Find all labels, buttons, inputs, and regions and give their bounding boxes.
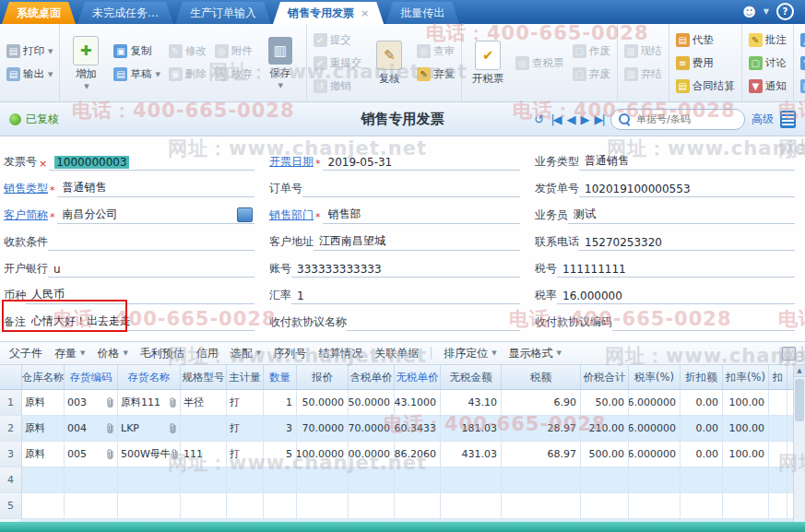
field-value[interactable]: 测试 xyxy=(568,207,795,224)
field-value[interactable]: 102019100000553 xyxy=(579,182,795,197)
grid-header-1[interactable]: 仓库名称 xyxy=(22,365,65,389)
grid-cell[interactable] xyxy=(181,493,227,518)
grid-cell[interactable]: 100.0000 xyxy=(349,442,395,467)
field-value[interactable]: 普通销售 xyxy=(57,180,255,197)
row-number[interactable]: 1 xyxy=(0,390,22,415)
grid-cell[interactable] xyxy=(769,416,787,441)
detail-tab-11[interactable]: 排序定位▼ xyxy=(444,346,496,361)
annotate-button[interactable]: ✎批注 xyxy=(747,30,788,51)
grid-cell[interactable] xyxy=(22,493,65,518)
grid-cell[interactable]: 003 xyxy=(65,390,118,415)
grid-header-16[interactable]: 扣 xyxy=(769,365,787,389)
detail-tab-8[interactable]: 结算情况 xyxy=(318,346,362,361)
grid-cell[interactable] xyxy=(769,442,787,467)
field-value[interactable]: 333333333333 xyxy=(291,262,520,278)
announce-icon[interactable] xyxy=(237,207,253,222)
copy-button[interactable]: ▣复制 xyxy=(112,41,161,62)
user-dropdown-caret-icon[interactable]: ▼ xyxy=(764,7,769,16)
grid-cell[interactable]: 500.00 xyxy=(581,442,629,467)
grid-cell[interactable] xyxy=(681,493,723,518)
grid-header-13[interactable]: 税率(%) xyxy=(629,365,681,389)
grid-cell[interactable]: 100.00 xyxy=(723,416,769,441)
search-input[interactable] xyxy=(634,112,737,126)
detail-tab-5[interactable]: 信用 xyxy=(196,346,219,361)
grid-header-3[interactable]: 存货名称 xyxy=(118,365,181,389)
list-view-icon[interactable] xyxy=(780,111,796,128)
field-value[interactable] xyxy=(302,182,520,197)
grid-cell[interactable] xyxy=(723,493,769,518)
grid-cell[interactable]: 50.0000 xyxy=(349,390,395,415)
draft-button[interactable]: ▤草稿▼ xyxy=(112,64,161,85)
grid-cell[interactable]: 004 xyxy=(65,416,118,441)
grid-cell[interactable]: 70.0000 xyxy=(349,416,395,441)
tax-invoice-button[interactable]: ✔开税票 xyxy=(467,41,509,86)
refresh-icon[interactable]: ↺ xyxy=(534,113,544,125)
save-button[interactable]: ▥保存▼ xyxy=(259,37,302,89)
grid-header-10[interactable]: 无税金额 xyxy=(441,365,502,389)
grid-header-7[interactable]: 报价 xyxy=(297,365,349,389)
grid-cell[interactable]: 6.90 xyxy=(502,390,581,415)
grid-cell[interactable]: 86.2060 xyxy=(395,442,441,467)
discuss-button[interactable]: ▢讨论 xyxy=(747,53,788,74)
next-record-icon[interactable]: ▶ xyxy=(581,113,588,125)
grid-cell[interactable]: 181.03 xyxy=(441,416,502,441)
detail-tab-6[interactable]: 选配▼ xyxy=(231,346,261,361)
field-value[interactable] xyxy=(48,235,255,251)
grid-cell[interactable] xyxy=(349,493,395,518)
field-value[interactable]: 江西南昌望城 xyxy=(314,233,520,251)
grid-cell[interactable]: 16.000000 xyxy=(629,416,681,441)
grid-cell[interactable] xyxy=(181,467,227,492)
field-value[interactable]: 1 xyxy=(291,289,520,304)
add-button[interactable]: ✚增加▼ xyxy=(65,36,107,90)
grid-cell[interactable] xyxy=(264,467,297,492)
grid-header-4[interactable]: 规格型号 xyxy=(181,365,227,389)
tab-1[interactable]: 系统桌面 xyxy=(2,2,76,24)
grid-cell[interactable]: 50.0000 xyxy=(297,390,349,415)
row-number[interactable]: 2 xyxy=(0,416,22,441)
grid-cell[interactable] xyxy=(681,467,723,492)
grid-header-11[interactable]: 税额 xyxy=(502,365,581,389)
field-value[interactable]: 2019-05-31 xyxy=(323,155,521,171)
grid-cell[interactable] xyxy=(22,467,65,492)
detail-tab-1[interactable]: 父子件 xyxy=(9,346,42,361)
grid-cell[interactable] xyxy=(441,493,502,518)
detail-tab-9[interactable]: 关联单据 xyxy=(374,346,419,361)
grid-cell[interactable] xyxy=(349,467,395,492)
grid-cell[interactable]: 111 xyxy=(181,442,227,467)
grid-cell[interactable]: 5 xyxy=(264,442,297,467)
grid-cell[interactable] xyxy=(581,493,629,518)
search-box[interactable] xyxy=(610,109,745,130)
grid-cell[interactable]: 打 xyxy=(227,416,264,441)
grid-header-5[interactable]: 主计量 xyxy=(227,365,264,389)
grid-cell[interactable] xyxy=(629,467,681,492)
output-button[interactable]: ▤输出▼ xyxy=(5,64,54,85)
grid-cell[interactable] xyxy=(297,493,349,518)
grid-header-15[interactable]: 扣率(%) xyxy=(723,365,769,389)
grid-cell[interactable] xyxy=(502,467,581,492)
field-value[interactable]: u xyxy=(48,262,255,278)
grid-cell[interactable] xyxy=(769,493,787,518)
tab-4[interactable]: 销售专用发票× xyxy=(273,2,384,24)
tab-2[interactable]: 未完成任务… xyxy=(77,2,173,24)
tab-5[interactable]: 批量传出 xyxy=(385,2,459,24)
grid-cell[interactable]: 70.0000 xyxy=(297,416,349,441)
grid-cell[interactable]: 43.1000 xyxy=(395,390,441,415)
field-value[interactable]: 普通销售 xyxy=(579,153,795,171)
grid-cell[interactable] xyxy=(118,467,181,492)
last-record-icon[interactable]: ▶| xyxy=(595,113,604,125)
prev-record-icon[interactable]: ◀ xyxy=(567,113,574,125)
tab-3[interactable]: 生产订单输入 xyxy=(175,2,271,24)
contract-settle-button[interactable]: ▤合同结算 xyxy=(674,76,737,97)
grid-cell[interactable]: 原料 xyxy=(22,390,65,415)
grid-cell[interactable] xyxy=(441,467,502,492)
grid-cell[interactable] xyxy=(581,467,629,492)
field-label[interactable]: 销售部门 xyxy=(269,207,314,224)
field-value[interactable]: 销售部 xyxy=(323,207,521,224)
field-value[interactable]: 16.000000 xyxy=(557,289,795,304)
field-value[interactable] xyxy=(347,315,520,331)
grid-cell[interactable]: 16.000000 xyxy=(629,442,681,467)
grid-cell[interactable]: 原料 xyxy=(22,442,65,467)
grid-cell[interactable]: 100.0000 xyxy=(297,442,349,467)
grid-cell[interactable] xyxy=(769,467,787,492)
grid-cell[interactable] xyxy=(227,467,264,492)
